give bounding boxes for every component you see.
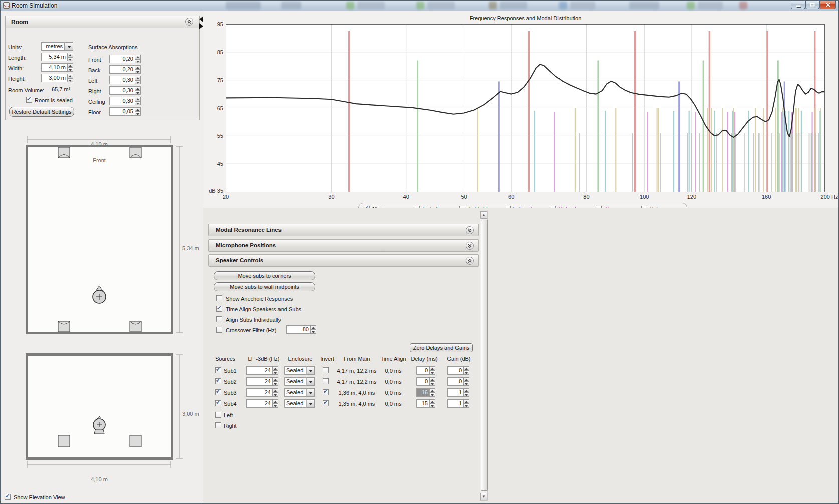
restore-defaults-button[interactable]: Restore Default Settings [9, 107, 74, 117]
spin-down-icon[interactable] [430, 404, 435, 408]
surface-front-input-value[interactable]: 0,20 [109, 55, 135, 63]
enclosure-select[interactable]: Sealed [284, 366, 315, 375]
spin-up-icon[interactable] [464, 388, 469, 393]
spin-up-icon[interactable] [273, 377, 278, 382]
room-sealed-checkbox[interactable] [26, 97, 32, 103]
delay-input[interactable]: 0 [416, 377, 435, 386]
minimize-button[interactable] [791, 1, 805, 9]
spin-down-icon[interactable] [135, 80, 141, 85]
length-input[interactable]: 5,34 m [41, 53, 73, 61]
vertical-scrollbar[interactable]: ▲ ▼ [480, 211, 488, 501]
maximize-button[interactable] [805, 1, 819, 9]
collapse-icon[interactable] [466, 257, 474, 265]
surface-left-input-value[interactable]: 0,30 [109, 76, 135, 84]
spin-down-icon[interactable] [464, 371, 469, 375]
surface-ceiling-input-stepper[interactable] [135, 97, 141, 105]
spin-down-icon[interactable] [273, 393, 278, 397]
gain-input-value[interactable]: -1 [447, 388, 464, 397]
source-enabled-checkbox[interactable] [215, 378, 221, 384]
spin-up-icon[interactable] [430, 399, 435, 404]
gain-input-stepper[interactable] [464, 377, 469, 386]
delay-input[interactable]: 0 [416, 366, 435, 375]
collapse-left-arrow-icon[interactable] [199, 16, 203, 22]
delay-input-value[interactable]: 0 [416, 366, 430, 375]
lf-input-stepper[interactable] [273, 388, 278, 397]
spin-down-icon[interactable] [135, 112, 141, 116]
align-subs-checkbox[interactable] [216, 316, 222, 322]
delay-input-value[interactable]: 16 [416, 388, 430, 397]
surface-left-input[interactable]: 0,30 [109, 76, 141, 84]
spin-down-icon[interactable] [430, 371, 435, 375]
section-modal-resonance-lines[interactable]: Modal Resonance Lines [208, 224, 479, 236]
spin-down-icon[interactable] [135, 59, 141, 64]
surface-floor-input-value[interactable]: 0,05 [109, 107, 135, 116]
spin-down-icon[interactable] [135, 70, 141, 74]
spin-up-icon[interactable] [273, 399, 278, 404]
spin-down-icon[interactable] [464, 382, 469, 386]
spin-up-icon[interactable] [135, 65, 141, 70]
height-value[interactable]: 3,00 m [41, 74, 68, 82]
spin-up-icon[interactable] [273, 388, 278, 393]
source-enabled-checkbox[interactable] [215, 400, 221, 406]
show-elevation-checkbox[interactable] [5, 494, 11, 500]
spin-up-icon[interactable] [135, 86, 141, 91]
lf-input-stepper[interactable] [273, 366, 278, 375]
gain-input-value[interactable]: 0 [447, 377, 464, 386]
lf-input-value[interactable]: 24 [246, 388, 273, 397]
lf-input-value[interactable]: 24 [246, 366, 273, 375]
spin-down-icon[interactable] [464, 404, 469, 408]
height-stepper[interactable] [68, 74, 73, 82]
lf-input[interactable]: 24 [246, 377, 278, 386]
units-select[interactable]: metres [41, 42, 73, 51]
delay-input-value[interactable]: 0 [416, 377, 430, 386]
gain-input-stepper[interactable] [464, 399, 469, 408]
zero-delays-button[interactable]: Zero Delays and Gains [410, 343, 473, 352]
gain-input[interactable]: -1 [447, 399, 469, 408]
chart-plot[interactable] [226, 24, 825, 192]
scroll-up-icon[interactable]: ▲ [480, 211, 487, 219]
delay-input-stepper[interactable] [430, 399, 435, 408]
room-elevation-view[interactable] [1, 348, 201, 486]
delay-input[interactable]: 16 [416, 388, 435, 397]
section-speaker-controls[interactable]: Speaker Controls [208, 254, 479, 267]
width-value[interactable]: 4,10 m [41, 63, 68, 72]
invert-checkbox[interactable] [323, 400, 329, 406]
surface-floor-input[interactable]: 0,05 [109, 107, 141, 116]
chevron-down-icon[interactable] [306, 388, 315, 397]
chevron-down-icon[interactable] [306, 366, 315, 375]
crossover-value[interactable]: 80 [286, 325, 311, 334]
surface-ceiling-input-value[interactable]: 0,30 [109, 97, 135, 105]
gain-input-value[interactable]: 0 [447, 366, 464, 375]
crossover-checkbox[interactable] [216, 327, 222, 333]
move-subs-corners-button[interactable]: Move subs to corners [214, 271, 315, 280]
spin-up-icon[interactable] [464, 399, 469, 404]
surface-back-input[interactable]: 0,20 [109, 65, 141, 74]
surface-ceiling-input[interactable]: 0,30 [109, 97, 141, 105]
scroll-down-icon[interactable]: ▼ [480, 493, 487, 500]
room-top-view[interactable] [1, 121, 201, 348]
width-input[interactable]: 4,10 m [41, 63, 73, 72]
expand-icon[interactable] [466, 242, 474, 250]
spin-up-icon[interactable] [430, 377, 435, 382]
surface-back-input-stepper[interactable] [135, 65, 141, 74]
enclosure-select[interactable]: Sealed [284, 388, 315, 397]
crossover-stepper[interactable] [311, 325, 316, 334]
expand-right-arrow-icon[interactable] [199, 23, 203, 29]
collapse-section-icon[interactable] [185, 18, 193, 26]
spin-up-icon[interactable] [135, 55, 141, 59]
delay-input-value[interactable]: 15 [416, 399, 430, 408]
expand-icon[interactable] [466, 226, 474, 234]
gain-input-value[interactable]: -1 [447, 399, 464, 408]
surface-front-input[interactable]: 0,20 [109, 55, 141, 63]
invert-checkbox[interactable] [323, 389, 329, 395]
enclosure-select[interactable]: Sealed [284, 399, 315, 408]
delay-input-stepper[interactable] [430, 388, 435, 397]
close-button[interactable] [819, 1, 836, 9]
room-group-header[interactable]: Room [6, 16, 199, 28]
title-bar[interactable]: Room Simulation [1, 1, 838, 11]
spin-up-icon[interactable] [273, 366, 278, 371]
spin-up-icon[interactable] [464, 377, 469, 382]
surface-right-input[interactable]: 0,30 [109, 86, 141, 95]
spin-down-icon[interactable] [464, 393, 469, 397]
lf-input[interactable]: 24 [246, 366, 278, 375]
